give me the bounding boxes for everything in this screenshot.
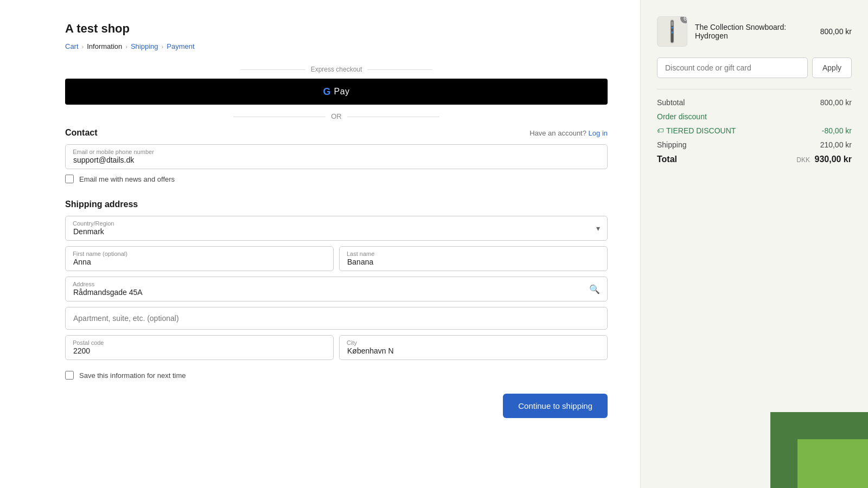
breadcrumb-cart[interactable]: Cart [65, 42, 79, 50]
search-icon: 🔍 [589, 284, 600, 294]
express-label: Express checkout [65, 66, 608, 73]
email-field-group: Email or mobile phone number [65, 144, 608, 169]
order-item: 6 The Collection Snowboard: Hydrogen 800… [657, 16, 852, 47]
email-input[interactable] [65, 144, 608, 169]
save-info-checkbox[interactable] [65, 371, 74, 380]
svg-rect-4 [671, 31, 673, 33]
total-currency: DKK [796, 156, 810, 164]
breadcrumb: Cart › Information › Shipping › Payment [65, 42, 608, 50]
newsletter-checkbox[interactable] [65, 175, 74, 183]
newsletter-label[interactable]: Email me with news and offers [79, 175, 175, 183]
shipping-address-title: Shipping address [65, 200, 138, 209]
subtotal-row: Subtotal 800,00 kr [657, 98, 852, 107]
order-item-name: The Collection Snowboard: Hydrogen [695, 23, 813, 40]
g-letter: G [323, 86, 330, 98]
city-input[interactable] [339, 335, 608, 360]
discount-row: Apply [657, 57, 852, 78]
country-select-group: Country/Region Denmark ▾ [65, 216, 608, 241]
order-item-image: 6 [657, 16, 687, 47]
total-row: Total DKK 930,00 kr [657, 155, 852, 164]
total-value-group: DKK 930,00 kr [796, 155, 852, 164]
contact-title: Contact [65, 128, 98, 138]
order-item-info: The Collection Snowboard: Hydrogen [695, 23, 813, 40]
tiered-discount-row: 🏷 TIERED DISCOUNT -80,00 kr [657, 126, 852, 135]
first-name-input[interactable] [65, 246, 334, 271]
save-info-label[interactable]: Save this information for next time [79, 371, 186, 380]
continue-to-shipping-button[interactable]: Continue to shipping [503, 394, 608, 418]
gpay-text: Pay [334, 87, 349, 97]
order-summary: Subtotal 800,00 kr Order discount 🏷 TIER… [657, 89, 852, 164]
breadcrumb-sep-2: › [125, 43, 127, 50]
total-value: 930,00 kr [814, 155, 852, 164]
tiered-discount-label: 🏷 TIERED DISCOUNT [657, 126, 736, 135]
discount-row-summary: Order discount [657, 112, 852, 121]
shipping-value: 210,00 kr [820, 140, 852, 149]
tag-icon: 🏷 [657, 127, 663, 134]
discount-input[interactable] [657, 57, 808, 78]
breadcrumb-sep-3: › [162, 43, 164, 50]
subtotal-label: Subtotal [657, 98, 685, 107]
city-group: City [339, 335, 608, 360]
tiered-discount-value: -80,00 kr [822, 126, 852, 135]
gpay-button[interactable]: G Pay [65, 79, 608, 105]
snowboard-image [662, 18, 682, 44]
address-input[interactable] [65, 277, 608, 301]
newsletter-row: Email me with news and offers [65, 175, 608, 183]
country-select[interactable]: Denmark [65, 216, 608, 241]
shop-title: A test shop [65, 22, 608, 36]
svg-rect-2 [671, 21, 673, 26]
apartment-input[interactable] [65, 307, 608, 330]
corner-decoration-light [797, 439, 868, 488]
breadcrumb-sep-1: › [82, 43, 84, 50]
subtotal-value: 800,00 kr [820, 98, 852, 107]
apartment-group [65, 307, 608, 330]
order-discount-label: Order discount [657, 112, 707, 121]
order-item-price: 800,00 kr [820, 27, 852, 36]
breadcrumb-information: Information [87, 42, 122, 50]
breadcrumb-shipping[interactable]: Shipping [131, 42, 158, 50]
breadcrumb-payment[interactable]: Payment [167, 42, 194, 50]
apply-button[interactable]: Apply [812, 57, 852, 78]
first-name-group: First name (optional) [65, 246, 334, 271]
shipping-row: Shipping 210,00 kr [657, 140, 852, 149]
shipping-label: Shipping [657, 140, 687, 149]
address-group: Address 🔍 [65, 277, 608, 301]
total-label: Total [657, 155, 677, 164]
login-link[interactable]: Log in [589, 129, 608, 137]
last-name-input[interactable] [339, 246, 608, 271]
svg-rect-3 [671, 27, 673, 28]
have-account-text: Have an account? Log in [529, 129, 608, 137]
or-divider: OR [65, 112, 608, 120]
postal-input[interactable] [65, 335, 334, 360]
last-name-group: Last name [339, 246, 608, 271]
save-info-row: Save this information for next time [65, 371, 608, 380]
postal-group: Postal code [65, 335, 334, 360]
